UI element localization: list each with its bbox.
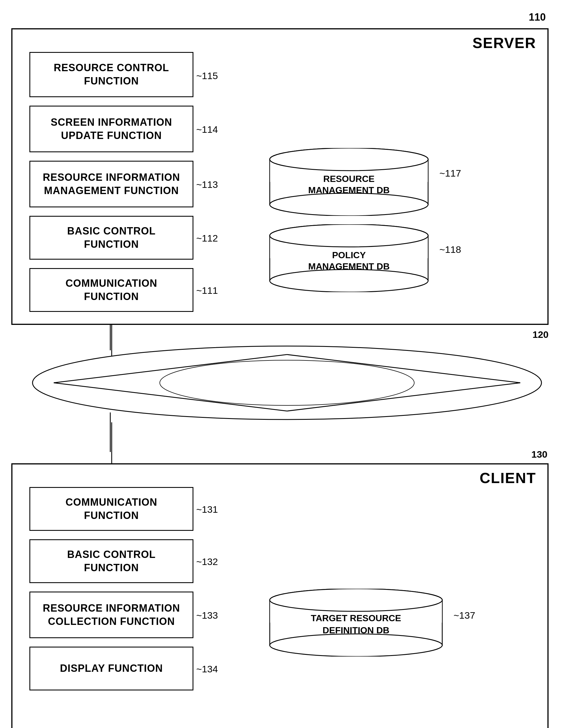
svg-point-28: [270, 589, 442, 611]
server-resource-control-text: RESOURCE CONTROLFUNCTION: [54, 61, 169, 88]
server-resource-control-block: RESOURCE CONTROLFUNCTION: [30, 52, 194, 97]
svg-point-11: [270, 270, 428, 292]
server-screen-info-text: SCREEN INFORMATIONUPDATE FUNCTION: [51, 116, 172, 142]
ref-114: ~114: [196, 124, 218, 135]
server-label: SERVER: [473, 35, 536, 51]
ref-130: 130: [531, 449, 547, 460]
server-resource-info-mgmt-block: RESOURCE INFORMATIONMANAGEMENT FUNCTION: [30, 161, 194, 208]
svg-text:MANAGEMENT DB: MANAGEMENT DB: [308, 261, 390, 271]
ref-118: ~118: [440, 244, 461, 255]
svg-text:TARGET RESOURCE: TARGET RESOURCE: [311, 613, 401, 623]
server-communication-text: COMMUNICATIONFUNCTION: [66, 277, 157, 304]
ref-110: 110: [529, 11, 546, 23]
server-screen-info-block: SCREEN INFORMATIONUPDATE FUNCTION: [30, 106, 194, 152]
client-resource-info-collect-block: RESOURCE INFORMATIONCOLLECTION FUNCTION: [30, 592, 194, 638]
policy-mgmt-db-svg: POLICY MANAGEMENT DB: [267, 224, 437, 292]
client-label: CLIENT: [480, 469, 536, 487]
svg-text:DEFINITION DB: DEFINITION DB: [323, 625, 390, 635]
client-basic-control-block: BASIC CONTROLFUNCTION: [30, 539, 194, 583]
network-svg: [26, 343, 548, 422]
svg-point-22: [160, 360, 414, 405]
svg-point-26: [270, 634, 442, 656]
ref-117: ~117: [440, 168, 461, 179]
ref-131: ~131: [196, 504, 218, 515]
ref-137: ~137: [454, 610, 475, 621]
client-display-text: DISPLAY FUNCTION: [60, 662, 163, 675]
ref-133: ~133: [196, 610, 218, 621]
network-area: 120: [26, 343, 548, 423]
ref-111: ~111: [196, 285, 218, 296]
svg-text:RESOURCE: RESOURCE: [323, 174, 374, 184]
resource-mgmt-db-svg: RESOURCE MANAGEMENT DB: [267, 148, 437, 216]
server-resource-info-mgmt-text: RESOURCE INFORMATIONMANAGEMENT FUNCTION: [43, 171, 180, 197]
network-to-client-line: [108, 422, 116, 465]
ref-132: ~132: [196, 556, 218, 567]
server-basic-control-block: BASIC CONTROLFUNCTION: [30, 216, 194, 260]
server-basic-control-text: BASIC CONTROLFUNCTION: [67, 225, 156, 251]
server-communication-block: COMMUNICATIONFUNCTION: [30, 268, 194, 312]
ref-120: 120: [532, 329, 548, 340]
svg-text:MANAGEMENT DB: MANAGEMENT DB: [308, 185, 390, 195]
ref-115: ~115: [196, 70, 218, 81]
ref-113: ~113: [196, 179, 218, 190]
client-communication-text: COMMUNICATIONFUNCTION: [66, 496, 157, 522]
client-box: CLIENT 130 COMMUNICATIONFUNCTION ~131 BA…: [11, 463, 548, 728]
client-display-block: DISPLAY FUNCTION: [30, 647, 194, 690]
target-resource-db-svg: TARGET RESOURCE DEFINITION DB: [267, 589, 451, 656]
svg-point-6: [270, 148, 428, 171]
svg-point-13: [270, 224, 428, 247]
client-communication-block: COMMUNICATIONFUNCTION: [30, 487, 194, 531]
ref-134: ~134: [196, 664, 218, 675]
svg-text:POLICY: POLICY: [332, 250, 366, 260]
svg-point-4: [270, 193, 428, 216]
server-box: SERVER RESOURCE CONTROLFUNCTION ~115 SCR…: [11, 28, 548, 325]
client-basic-control-text: BASIC CONTROLFUNCTION: [67, 548, 156, 575]
client-resource-info-collect-text: RESOURCE INFORMATIONCOLLECTION FUNCTION: [43, 602, 180, 628]
ref-112: ~112: [196, 233, 218, 244]
